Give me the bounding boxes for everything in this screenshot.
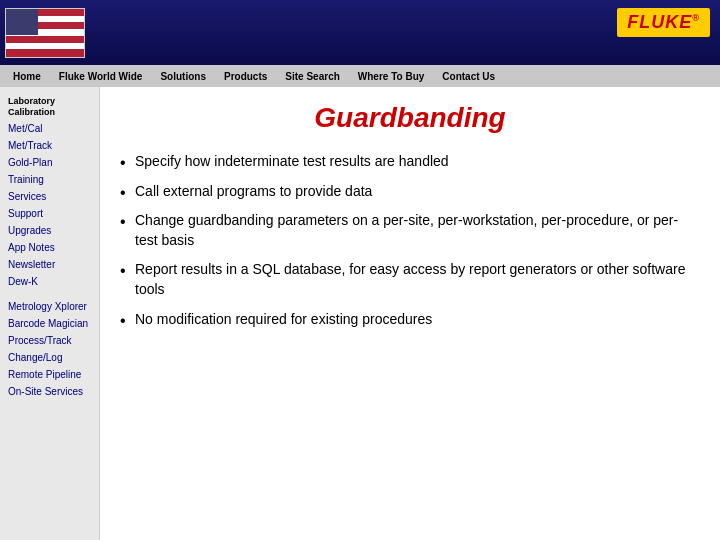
sidebar-item-appnotes[interactable]: App Notes bbox=[0, 239, 99, 256]
nav-site-search[interactable]: Site Search bbox=[277, 69, 347, 84]
nav-products[interactable]: Products bbox=[216, 69, 275, 84]
bullet-item-2: Call external programs to provide data bbox=[120, 182, 700, 202]
sidebar-item-newsletter[interactable]: Newsletter bbox=[0, 256, 99, 273]
sidebar-item-metcal[interactable]: Met/Cal bbox=[0, 120, 99, 137]
sidebar-item-onsite-services[interactable]: On-Site Services bbox=[0, 383, 99, 400]
sidebar-item-support[interactable]: Support bbox=[0, 205, 99, 222]
page-title: Guardbanding bbox=[120, 102, 700, 134]
sidebar-item-mettrack[interactable]: Met/Track bbox=[0, 137, 99, 154]
flag-image bbox=[5, 8, 85, 58]
sidebar-item-upgrades[interactable]: Upgrades bbox=[0, 222, 99, 239]
sidebar-item-processtrack[interactable]: Process/Track bbox=[0, 332, 99, 349]
fluke-logo-box: FLUKE® bbox=[617, 8, 710, 37]
fluke-logo-text: FLUKE® bbox=[627, 12, 700, 32]
bullet-item-5: No modification required for existing pr… bbox=[120, 310, 700, 330]
nav-where-to-buy[interactable]: Where To Buy bbox=[350, 69, 432, 84]
sidebar-item-remote-pipeline[interactable]: Remote Pipeline bbox=[0, 366, 99, 383]
bullet-list: Specify how indeterminate test results a… bbox=[120, 152, 700, 329]
bullet-item-3: Change guardbanding parameters on a per-… bbox=[120, 211, 700, 250]
nav-contact-us[interactable]: Contact Us bbox=[434, 69, 503, 84]
main-content: Guardbanding Specify how indeterminate t… bbox=[100, 87, 720, 540]
fluke-logo-name: FLUKE bbox=[627, 12, 692, 32]
content-area: Laboratory Calibration Met/Cal Met/Track… bbox=[0, 87, 720, 540]
bullet-item-1: Specify how indeterminate test results a… bbox=[120, 152, 700, 172]
sidebar-item-training[interactable]: Training bbox=[0, 171, 99, 188]
sidebar-item-changelog[interactable]: Change/Log bbox=[0, 349, 99, 366]
sidebar-section-title: Laboratory Calibration bbox=[0, 92, 99, 120]
sidebar-item-metrology-xplorer[interactable]: Metrology Xplorer bbox=[0, 298, 99, 315]
sidebar-item-services[interactable]: Services bbox=[0, 188, 99, 205]
bullet-item-4: Report results in a SQL database, for ea… bbox=[120, 260, 700, 299]
nav-fluke-world-wide[interactable]: Fluke World Wide bbox=[51, 69, 151, 84]
top-header: FLUKE® bbox=[0, 0, 720, 65]
nav-solutions[interactable]: Solutions bbox=[152, 69, 214, 84]
flag-logo bbox=[0, 0, 90, 65]
sidebar-item-dewk[interactable]: Dew-K bbox=[0, 273, 99, 290]
sidebar-item-goldplan[interactable]: Gold-Plan bbox=[0, 154, 99, 171]
fluke-logo-registered: ® bbox=[692, 13, 700, 23]
sidebar-divider bbox=[0, 290, 99, 298]
flag-canton bbox=[6, 9, 38, 35]
nav-bar: Home Fluke World Wide Solutions Products… bbox=[0, 65, 720, 87]
sidebar: Laboratory Calibration Met/Cal Met/Track… bbox=[0, 87, 100, 540]
nav-home[interactable]: Home bbox=[5, 69, 49, 84]
sidebar-item-barcode-magician[interactable]: Barcode Magician bbox=[0, 315, 99, 332]
